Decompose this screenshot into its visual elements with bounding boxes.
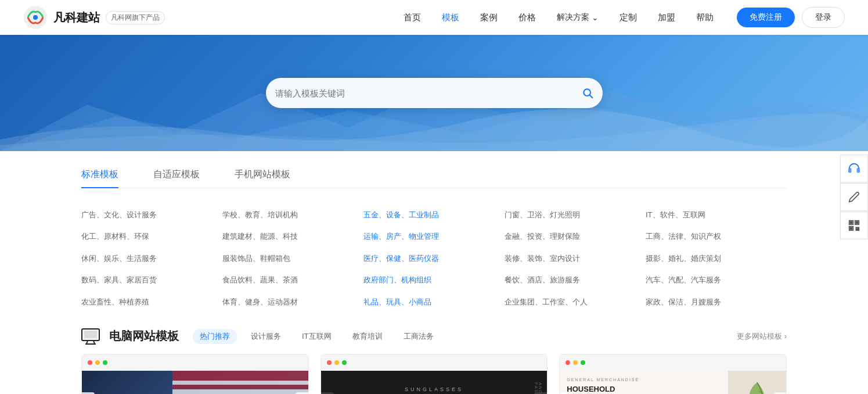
search-input[interactable] [275, 88, 582, 98]
qr-icon [848, 220, 860, 231]
cat-7[interactable]: 运输、房产、物业管理 [363, 230, 505, 243]
tag-it[interactable]: IT互联网 [295, 329, 338, 344]
login-button[interactable]: 登录 [802, 7, 845, 28]
cat-8[interactable]: 金融、投资、理财保险 [505, 230, 646, 243]
dot-red-1 [88, 360, 92, 365]
cat-21[interactable]: 体育、健身、运动器材 [222, 295, 363, 309]
cat-11[interactable]: 服装饰品、鞋帽箱包 [222, 252, 363, 265]
cat-18[interactable]: 餐饮、酒店、旅游服务 [505, 273, 646, 286]
card3-background: GENERAL MERCHANDISE HOUSEHOLDDUTIES SPEC… [560, 371, 786, 394]
dot-yellow-3 [573, 360, 578, 365]
hero-search-area [266, 78, 603, 108]
dot-green-3 [581, 360, 585, 365]
cat-9[interactable]: 工商、法律、知识产权 [646, 230, 787, 243]
cat-22[interactable]: 礼品、玩具、小商品 [363, 295, 505, 309]
dot-green-2 [342, 360, 347, 365]
cat-16[interactable]: 食品饮料、蔬果、茶酒 [222, 273, 363, 286]
nav-template[interactable]: 模板 [442, 12, 459, 23]
cat-13[interactable]: 装修、装饰、室内设计 [505, 252, 646, 265]
svg-rect-21 [849, 169, 851, 172]
logo-icon [23, 5, 48, 30]
tag-hot[interactable]: 热门推荐 [193, 329, 237, 344]
search-icon [582, 87, 593, 99]
cat-3[interactable]: 门窗、卫浴、灯光照明 [505, 208, 646, 221]
cat-10[interactable]: 休闲、娱乐、生活服务 [81, 252, 222, 265]
chevron-down-icon: ⌄ [592, 13, 599, 22]
section-header: 电脑网站模板 热门推荐 设计服务 IT互联网 教育培训 工商法务 更多网站模板 … [81, 328, 787, 345]
more-templates-link[interactable]: 更多网站模板 › [737, 331, 787, 342]
svg-rect-26 [850, 221, 852, 223]
svg-rect-22 [858, 169, 860, 172]
cat-24[interactable]: 家政、保洁、月嫂服务 [646, 295, 787, 309]
template-tabs: 标准模板 自适应模板 手机网站模板 [81, 169, 787, 188]
dot-red-3 [566, 360, 570, 365]
brand-name: 凡科建站 [53, 10, 100, 26]
hero-banner [0, 35, 868, 151]
cat-0[interactable]: 广告、文化、设计服务 [81, 208, 222, 221]
float-chat-btn[interactable] [840, 155, 868, 182]
cat-1[interactable]: 学校、教育、培训机构 [222, 208, 363, 221]
template-card-merchandise[interactable]: GENERAL MERCHANDISE HOUSEHOLDDUTIES SPEC… [559, 354, 787, 394]
template-card-immigration[interactable]: 移民 服务 IMMIGRATION TOURS ‹ › [81, 354, 309, 394]
cat-2[interactable]: 五金、设备、工业制品 [363, 208, 505, 221]
main-content: 标准模板 自适应模板 手机网站模板 广告、文化、设计服务 学校、教育、培训机构 … [0, 151, 868, 394]
search-button[interactable] [582, 87, 593, 99]
cat-23[interactable]: 企业集团、工作室、个人 [505, 295, 646, 309]
cat-12[interactable]: 医疗、保健、医药仪器 [363, 252, 505, 265]
nav-join[interactable]: 加盟 [658, 12, 675, 23]
svg-rect-9 [84, 331, 97, 338]
nav-help[interactable]: 帮助 [696, 12, 714, 23]
tab-mobile[interactable]: 手机网站模板 [235, 169, 290, 188]
cat-20[interactable]: 农业畜性、种植养殖 [81, 295, 222, 309]
dot-yellow-1 [95, 360, 100, 365]
card2-text: SUNGLASSES SUNGLASSES FAMILY — DELICACY … [387, 386, 481, 394]
float-sidebar [840, 155, 868, 239]
tab-standard[interactable]: 标准模板 [81, 169, 118, 188]
float-qr-btn[interactable] [840, 212, 868, 239]
card-header-1 [82, 354, 308, 371]
tag-education[interactable]: 教育培训 [345, 329, 390, 344]
tag-commerce[interactable]: 工商法务 [397, 329, 441, 344]
dot-green-1 [103, 360, 107, 365]
tab-adaptive[interactable]: 自适应模板 [153, 169, 200, 188]
dot-red-2 [327, 360, 332, 365]
register-button[interactable]: 免费注册 [737, 8, 795, 27]
tag-design[interactable]: 设计服务 [244, 329, 288, 344]
navbar-actions: 免费注册 登录 [737, 7, 845, 28]
cat-4[interactable]: IT、软件、互联网 [646, 208, 787, 221]
category-grid: 广告、文化、设计服务 学校、教育、培训机构 五金、设备、工业制品 门窗、卫浴、灯… [81, 202, 787, 323]
cat-17[interactable]: 政府部门、机构组织 [363, 273, 505, 286]
nav-home[interactable]: 首页 [404, 12, 421, 23]
headphone-icon [848, 162, 860, 175]
card2-background: SUNGLASSES SUNGLASSES FAMILY — DELICACY … [321, 371, 548, 394]
nav-solution[interactable]: 解决方案 ⌄ [557, 12, 599, 23]
main-nav: 首页 模板 案例 价格 解决方案 ⌄ 定制 加盟 帮助 [404, 12, 714, 23]
cat-5[interactable]: 化工、原材料、环保 [81, 230, 222, 243]
nav-custom[interactable]: 定制 [620, 12, 637, 23]
template-cards: 移民 服务 IMMIGRATION TOURS ‹ › [81, 354, 787, 394]
cat-6[interactable]: 建筑建材、能源、科技 [222, 230, 363, 243]
card1-background: 移民 服务 IMMIGRATION TOURS ‹ › [82, 371, 308, 394]
brand-sub: 凡科网旗下产品 [106, 11, 165, 24]
card-header-3 [560, 354, 786, 371]
search-box [266, 78, 603, 108]
leaf-icon [734, 377, 780, 394]
svg-point-1 [33, 15, 38, 20]
nav-price[interactable]: 价格 [518, 12, 536, 23]
chevron-right-icon: › [784, 332, 787, 341]
dot-yellow-2 [334, 360, 339, 365]
card3-brand: GENERAL MERCHANDISE [567, 378, 721, 382]
logo[interactable]: 凡科建站 凡科网旗下产品 [23, 5, 165, 30]
card3-left-content: GENERAL MERCHANDISE HOUSEHOLDDUTIES SPEC… [560, 371, 728, 394]
cat-19[interactable]: 汽车、汽配、汽车服务 [646, 273, 787, 286]
svg-rect-32 [856, 230, 859, 231]
svg-rect-27 [856, 221, 858, 223]
float-edit-btn[interactable] [840, 183, 868, 211]
cat-14[interactable]: 摄影、婚礼、婚庆策划 [646, 252, 787, 265]
section-tags: 热门推荐 设计服务 IT互联网 教育培训 工商法务 [193, 329, 441, 344]
svg-rect-30 [856, 227, 857, 228]
nav-case[interactable]: 案例 [480, 12, 498, 23]
cat-15[interactable]: 数码、家具、家居百货 [81, 273, 222, 286]
card3-right-image [728, 371, 786, 394]
template-card-sunglasses[interactable]: SUNGLASSES SUNGLASSES FAMILY — DELICACY … [320, 354, 548, 394]
